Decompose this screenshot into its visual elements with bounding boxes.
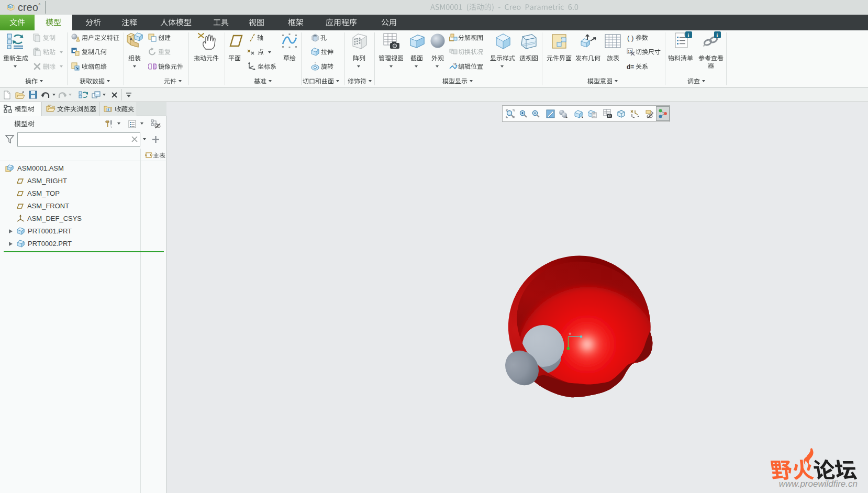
svg-text:i: i [688, 32, 689, 38]
svg-text:d=: d= [627, 63, 634, 71]
svg-text:yz: yz [453, 62, 457, 65]
svg-text:( ): ( ) [627, 34, 633, 42]
svg-text:i: i [717, 32, 718, 38]
